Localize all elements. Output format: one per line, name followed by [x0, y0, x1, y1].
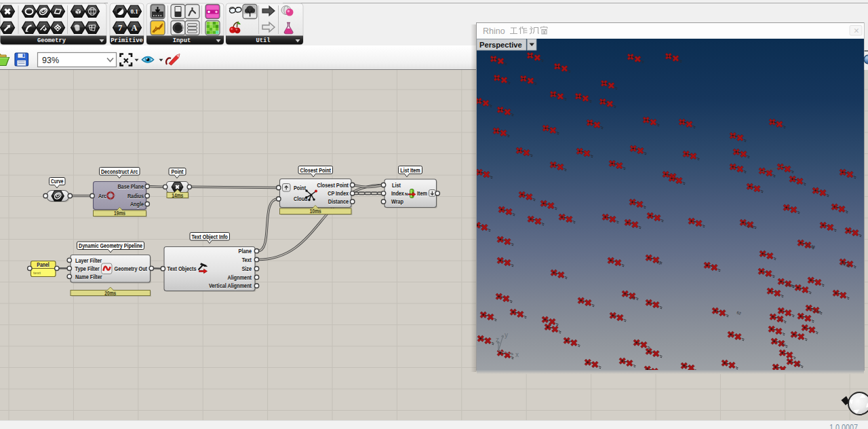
svg-text:93%: 93% — [42, 56, 59, 65]
svg-text:Geometry Out: Geometry Out — [115, 265, 147, 272]
svg-text:Text Objects: Text Objects — [167, 265, 197, 272]
svg-text:Geometry: Geometry — [37, 37, 66, 44]
svg-text:List: List — [392, 182, 401, 189]
svg-text:1 0.0007: 1 0.0007 — [829, 422, 858, 429]
svg-text:Base Plane: Base Plane — [117, 183, 144, 190]
svg-text:Arc: Arc — [98, 193, 106, 200]
svg-text:Closest Point: Closest Point — [317, 182, 349, 189]
svg-text:Point: Point — [172, 168, 184, 175]
svg-text:y: y — [505, 331, 508, 339]
svg-text:Size: Size — [242, 265, 252, 272]
svg-text:Input: Input — [173, 37, 191, 44]
svg-text:10ms: 10ms — [310, 208, 321, 214]
svg-text:Dynamic Geometry Pipeline: Dynamic Geometry Pipeline — [79, 242, 142, 249]
svg-text:Util: Util — [256, 37, 270, 44]
svg-text:Item: Item — [417, 190, 427, 197]
svg-text:Alignment: Alignment — [228, 274, 252, 281]
svg-text:List Item: List Item — [400, 167, 420, 174]
svg-text:Panel: Panel — [37, 261, 49, 268]
svg-text:CP Index: CP Index — [328, 190, 349, 197]
svg-text:Plane: Plane — [239, 248, 252, 255]
svg-text:z: z — [496, 336, 499, 343]
svg-text:Text Object Info: Text Object Info — [192, 234, 229, 240]
svg-text:Name Filter: Name Filter — [75, 274, 102, 280]
svg-text:Point: Point — [294, 185, 306, 191]
svg-text:14ms: 14ms — [172, 192, 183, 199]
svg-text:Index: Index — [391, 190, 405, 197]
svg-text:Distance: Distance — [328, 198, 349, 205]
svg-text:Deconstruct Arc: Deconstruct Arc — [101, 168, 138, 175]
svg-text:0.1: 0.1 — [130, 8, 138, 15]
svg-text:Primitive: Primitive — [111, 37, 143, 44]
svg-text:text: text — [33, 270, 41, 275]
svg-text:Vertical Alignment: Vertical Alignment — [209, 282, 252, 289]
svg-text:Closest Point: Closest Point — [300, 167, 332, 174]
svg-text:Rhino: Rhino — [483, 26, 505, 36]
svg-text:Layer Filter: Layer Filter — [75, 257, 102, 264]
svg-text:Text: Text — [242, 257, 252, 263]
svg-text:A: A — [131, 23, 137, 33]
svg-text:Angle: Angle — [130, 201, 144, 208]
svg-text:Type Filter: Type Filter — [75, 265, 100, 272]
svg-text:19ms: 19ms — [114, 210, 125, 217]
svg-text:Curve: Curve — [51, 178, 64, 185]
svg-text:N: N — [405, 192, 408, 196]
svg-text:x: x — [515, 351, 519, 358]
svg-text:✕: ✕ — [854, 26, 860, 35]
svg-text:20ms: 20ms — [104, 290, 116, 297]
svg-text:Wrap: Wrap — [391, 198, 403, 205]
svg-text:Radius: Radius — [127, 193, 144, 200]
svg-text:Perspective: Perspective — [479, 41, 522, 49]
svg-text:7: 7 — [118, 23, 122, 33]
